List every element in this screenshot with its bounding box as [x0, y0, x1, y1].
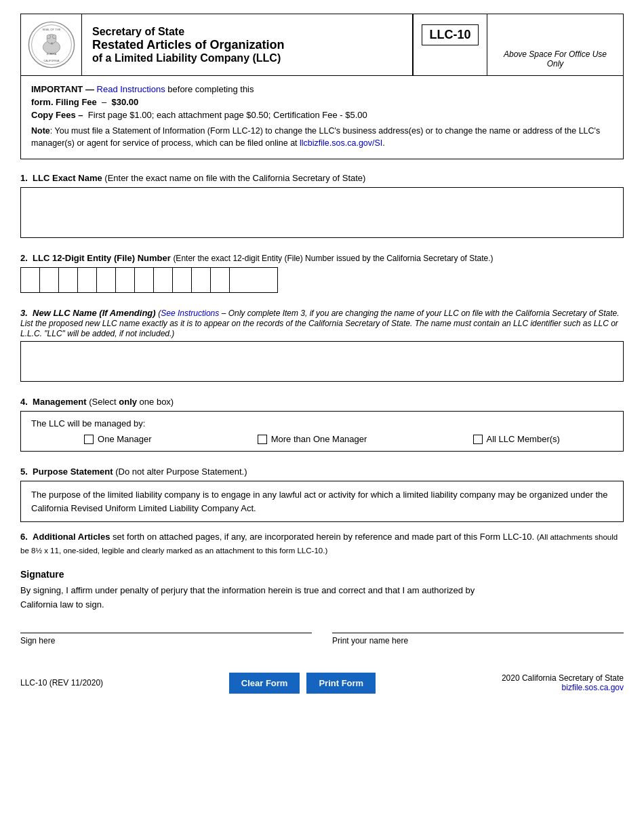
footer-website-link[interactable]: bizfile.sos.ca.gov [562, 683, 624, 692]
see-instructions-link[interactable]: See Instructions [161, 309, 219, 318]
footer-right: 2020 California Secretary of State bizfi… [502, 673, 624, 692]
checkbox-all-members[interactable] [473, 435, 483, 444]
section6: 6. Additional Articles set forth on atta… [20, 530, 624, 557]
entity-cell-7[interactable] [135, 268, 154, 292]
entity-cell-9[interactable] [173, 268, 192, 292]
section3: 3. New LLC Name (If Amending) (See Instr… [20, 301, 624, 383]
footer: LLC-10 (REV 11/2020) Clear Form Print Fo… [20, 666, 624, 694]
signature-section: Signature By signing, I affirm under pen… [20, 569, 624, 646]
form-subtitle: of a Limited Liability Company (LLC) [92, 52, 402, 64]
svg-point-6 [47, 35, 51, 39]
form-header-title: Secretary of State Restated Articles of … [82, 14, 413, 75]
section2-label: 2. LLC 12-Digit Entity (File) Number (En… [20, 253, 624, 263]
print-name-label: Print your name here [332, 636, 624, 646]
note-line: Note: You must file a Statement of Infor… [31, 125, 613, 149]
managed-by-label: The LLC will be managed by: [31, 418, 613, 429]
print-form-button[interactable]: Print Form [306, 673, 376, 694]
footer-buttons: Clear Form Print Form [229, 673, 376, 694]
management-options: One Manager More than One Manager All LL… [31, 434, 613, 444]
entity-cell-3[interactable] [59, 268, 78, 292]
print-name-line[interactable] [332, 633, 624, 633]
svg-text:SEAL OF THE: SEAL OF THE [42, 28, 60, 31]
important-line: IMPORTANT — Read Instructions before com… [31, 84, 613, 94]
section1: 1. LLC Exact Name (Enter the exact name … [20, 166, 624, 239]
checkbox-one-manager[interactable] [84, 435, 94, 444]
footer-form-id: LLC-10 (REV 11/2020) [20, 678, 103, 688]
checkbox-more-manager[interactable] [258, 435, 267, 444]
seal-logo: SEAL OF THE CALIFORNIA EUREKA ★ [21, 14, 82, 75]
signature-lines: Sign here Print your name here [20, 633, 624, 646]
option-all-members[interactable]: All LLC Member(s) [473, 434, 560, 444]
llc-exact-name-input[interactable] [20, 187, 624, 238]
fee-line: form. Filing Fee – $30.00 [31, 97, 613, 107]
read-instructions-link[interactable]: Read Instructions [97, 84, 165, 94]
entity-cell-6[interactable] [116, 268, 135, 292]
entity-cell-5[interactable] [97, 268, 116, 292]
copy-fees-line: Copy Fees – First page $1.00; each attac… [31, 110, 613, 120]
entity-cell-12[interactable] [230, 268, 249, 292]
signature-text: By signing, I affirm under penalty of pe… [20, 584, 624, 612]
entity-cell-2[interactable] [40, 268, 59, 292]
option-one-manager[interactable]: One Manager [84, 434, 152, 444]
entity-cell-4[interactable] [78, 268, 97, 292]
svg-text:CALIFORNIA: CALIFORNIA [43, 60, 60, 62]
purpose-box: The purpose of the limited liability com… [20, 481, 624, 522]
svg-text:★: ★ [49, 41, 53, 45]
section1-label: 1. LLC Exact Name (Enter the exact name … [20, 173, 624, 183]
new-llc-name-textarea[interactable] [21, 342, 623, 379]
entity-cell-1[interactable] [21, 268, 40, 292]
agency-name: Secretary of State [92, 26, 402, 38]
sign-here-label: Sign here [20, 636, 312, 646]
llcbizfile-link[interactable]: llcbizfile.sos.ca.gov/SI [300, 138, 382, 148]
form-id-box: LLC-10 [422, 24, 478, 45]
clear-form-button[interactable]: Clear Form [229, 673, 300, 694]
section5: 5. Purpose Statement (Do not alter Purpo… [20, 460, 624, 523]
form-id-section: LLC-10 [413, 14, 487, 75]
form-title: Restated Articles of Organization [92, 38, 402, 52]
llc-exact-name-textarea[interactable] [21, 188, 623, 235]
sign-here-line[interactable] [20, 633, 312, 633]
section4: 4. Management (Select only one box) The … [20, 390, 624, 453]
office-use-text: Above Space For Office Use Only [494, 49, 616, 68]
svg-point-7 [52, 35, 56, 39]
section4-label: 4. Management (Select only one box) [20, 397, 624, 407]
entity-number-grid [20, 267, 278, 293]
entity-cell-8[interactable] [154, 268, 173, 292]
section3-label: 3. New LLC Name (If Amending) (See Instr… [20, 308, 624, 338]
option-more-than-one-manager[interactable]: More than One Manager [258, 434, 367, 444]
print-name-block: Print your name here [332, 633, 624, 646]
section2: 2. LLC 12-Digit Entity (File) Number (En… [20, 246, 624, 294]
new-llc-name-input[interactable] [20, 341, 624, 382]
entity-cell-11[interactable] [211, 268, 230, 292]
svg-text:EUREKA: EUREKA [46, 53, 56, 56]
info-section: IMPORTANT — Read Instructions before com… [31, 84, 613, 152]
office-use-space: Above Space For Office Use Only [487, 14, 623, 75]
sign-here-block: Sign here [20, 633, 312, 646]
section5-label: 5. Purpose Statement (Do not alter Purpo… [20, 466, 624, 477]
signature-title: Signature [20, 569, 624, 580]
entity-cell-10[interactable] [192, 268, 211, 292]
management-box: The LLC will be managed by: One Manager … [20, 411, 624, 452]
